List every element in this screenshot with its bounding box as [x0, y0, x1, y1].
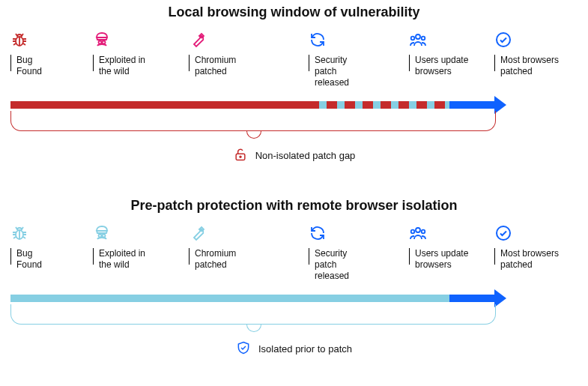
- shield-icon: [236, 340, 251, 358]
- stage-label: Chromiumpatched: [195, 55, 236, 77]
- svg-point-12: [416, 228, 420, 232]
- svg-point-15: [497, 226, 510, 240]
- stage-label: Most browserspatched: [500, 55, 559, 77]
- stage-patch: Securitypatchreleased: [309, 223, 391, 243]
- caption-text: Non-isolated patch gap: [255, 150, 356, 161]
- stage-label: Chromiumpatched: [195, 248, 236, 271]
- caption-text: Isolated prior to patch: [258, 343, 352, 355]
- check-icon: [494, 30, 577, 49]
- stage-chromium: Chromiumpatched: [189, 30, 271, 49]
- stage-users: Users updatebrowsers: [409, 30, 491, 49]
- timeline: BugFound Exploited inthe wild Chromiumpa…: [10, 223, 578, 321]
- stage-patch: Securitypatchreleased: [309, 30, 391, 49]
- stage-most: Most browserspatched: [494, 223, 577, 243]
- stage-label: Users updatebrowsers: [415, 55, 468, 77]
- hacker-icon: [93, 30, 175, 49]
- stage-label: Users updatebrowsers: [415, 248, 468, 271]
- diagram-title: Local browsing window of vulnerability: [0, 0, 588, 20]
- stage-label: Securitypatchreleased: [315, 248, 349, 282]
- users-icon: [409, 223, 491, 243]
- svg-point-2: [103, 41, 106, 44]
- svg-point-13: [411, 230, 415, 234]
- unlock-icon: [233, 146, 248, 165]
- bug-icon: [10, 223, 93, 243]
- stage-bug: BugFound: [10, 30, 93, 49]
- brace: [10, 111, 496, 131]
- sync-icon: [309, 223, 391, 243]
- svg-point-1: [99, 41, 102, 44]
- diagram-title: Pre-patch protection with remote browser…: [0, 193, 588, 214]
- stage-label: Exploited inthe wild: [99, 55, 145, 77]
- stage-label: BugFound: [16, 55, 42, 77]
- stage-label: BugFound: [16, 248, 42, 271]
- svg-point-5: [422, 37, 425, 40]
- stage-label: Exploited inthe wild: [99, 248, 145, 271]
- caption: Non-isolated patch gap: [10, 146, 578, 165]
- stage-label: Securitypatchreleased: [315, 55, 349, 88]
- users-icon: [409, 30, 491, 49]
- hacker-icon: [93, 223, 175, 243]
- timeline: BugFound Exploited inthe wild Chromiumpa…: [10, 30, 578, 127]
- svg-point-11: [103, 235, 106, 238]
- check-icon: [494, 223, 577, 243]
- diagram-local: Local browsing window of vulnerability B…: [0, 0, 588, 193]
- diagram-isolated: Pre-patch protection with remote browser…: [0, 193, 588, 386]
- stage-exploit: Exploited inthe wild: [93, 223, 175, 243]
- svg-point-4: [411, 37, 415, 40]
- stage-most: Most browserspatched: [494, 30, 577, 49]
- stage-chromium: Chromiumpatched: [189, 223, 271, 243]
- svg-point-8: [240, 156, 241, 157]
- sync-icon: [309, 30, 391, 49]
- stage-exploit: Exploited inthe wild: [93, 30, 175, 49]
- svg-point-10: [99, 235, 102, 238]
- stage-users: Users updatebrowsers: [409, 223, 491, 243]
- stage-label: Most browserspatched: [500, 248, 559, 271]
- svg-point-14: [422, 230, 425, 234]
- wrench-icon: [189, 30, 271, 49]
- svg-point-6: [497, 33, 510, 46]
- svg-point-3: [416, 34, 420, 39]
- bug-icon: [10, 30, 93, 49]
- wrench-icon: [189, 223, 271, 243]
- stage-bug: BugFound: [10, 223, 93, 243]
- brace: [10, 304, 496, 325]
- caption: Isolated prior to patch: [10, 340, 578, 358]
